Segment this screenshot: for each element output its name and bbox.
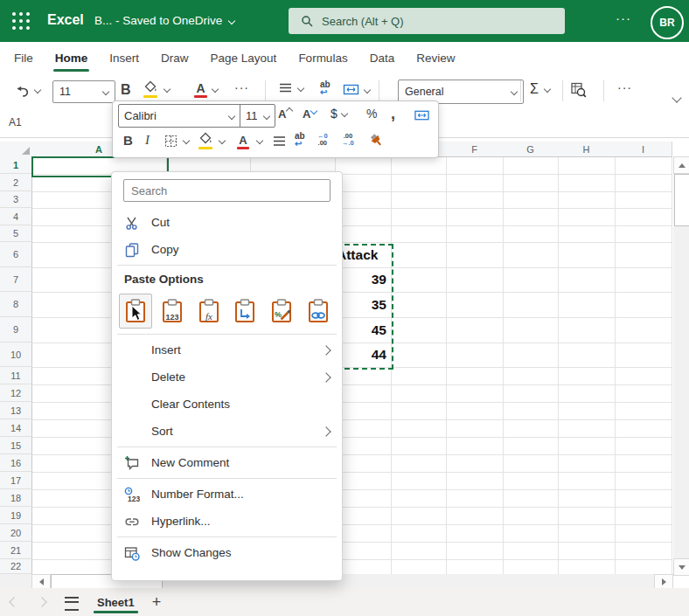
- sheet-tab-sheet1[interactable]: Sheet1: [92, 588, 140, 616]
- row-header-6[interactable]: 6: [0, 242, 32, 267]
- tab-home[interactable]: Home: [55, 52, 88, 65]
- row-header-20[interactable]: 20: [0, 524, 32, 542]
- comma-style-button[interactable]: ,: [391, 105, 395, 123]
- row-header-11[interactable]: 11: [0, 367, 32, 384]
- accounting-format-button[interactable]: $: [331, 107, 347, 121]
- column-header-F[interactable]: F: [446, 142, 504, 157]
- paste-transpose-button[interactable]: [228, 294, 261, 329]
- app-launcher-button[interactable]: [12, 12, 31, 31]
- document-title-button[interactable]: B... - Saved to OneDrive: [94, 14, 234, 27]
- next-sheet-button[interactable]: [37, 597, 46, 606]
- more-font-options-button[interactable]: ···: [234, 80, 249, 94]
- row-header-10[interactable]: 10: [0, 343, 32, 367]
- row-header-15[interactable]: 15: [0, 437, 32, 454]
- row-header-4[interactable]: 4: [0, 208, 32, 225]
- tab-page-layout[interactable]: Page Layout: [211, 52, 277, 65]
- collapse-ribbon-button[interactable]: [672, 93, 681, 102]
- mini-italic-button[interactable]: I: [145, 133, 150, 148]
- menu-item-sort[interactable]: Sort: [112, 418, 342, 445]
- menu-item-new-comment[interactable]: New Comment: [112, 449, 342, 476]
- menu-item-cut[interactable]: Cut: [112, 209, 342, 236]
- wrap-text-button[interactable]: ab↩: [320, 80, 331, 96]
- scroll-down-button[interactable]: [673, 558, 689, 576]
- tab-insert[interactable]: Insert: [109, 52, 139, 65]
- row-header-18[interactable]: 18: [0, 489, 32, 507]
- row-header-5[interactable]: 5: [0, 225, 32, 242]
- mini-font-color-button[interactable]: A: [237, 132, 249, 149]
- mini-merge-cells-button[interactable]: [414, 108, 430, 122]
- undo-button[interactable]: [14, 82, 40, 98]
- previous-sheet-button[interactable]: [9, 597, 18, 606]
- gridline: [558, 156, 559, 574]
- row-header-8[interactable]: 8: [0, 292, 32, 317]
- row-header-3[interactable]: 3: [0, 191, 32, 208]
- header-more-options-button[interactable]: ···: [616, 10, 631, 25]
- bold-button[interactable]: B: [121, 82, 131, 98]
- mini-fill-color-button[interactable]: [198, 132, 213, 149]
- tab-draw[interactable]: Draw: [161, 52, 189, 65]
- mini-font-name-select[interactable]: Calibri: [119, 105, 240, 127]
- menu-search-input[interactable]: [123, 179, 331, 202]
- row-header-14[interactable]: 14: [0, 419, 32, 437]
- vertical-scrollbar-thumb[interactable]: [674, 174, 689, 226]
- menu-item-number-format[interactable]: 123 Number Format...: [112, 481, 342, 508]
- row-header-22[interactable]: 22: [0, 559, 32, 574]
- menu-item-copy[interactable]: Copy: [112, 236, 342, 263]
- column-header-I[interactable]: I: [615, 142, 672, 157]
- tab-formulas[interactable]: Formulas: [298, 52, 347, 65]
- row-header-21[interactable]: 21: [0, 542, 32, 559]
- row-header-17[interactable]: 17: [0, 472, 32, 489]
- merge-cells-button[interactable]: [343, 82, 370, 97]
- font-color-button[interactable]: A: [194, 80, 218, 98]
- paste-values-button[interactable]: 123: [156, 294, 189, 329]
- row-header-7[interactable]: 7: [0, 267, 32, 292]
- mini-font-size-select[interactable]: 11: [240, 105, 275, 127]
- row-header-13[interactable]: 13: [0, 402, 32, 419]
- mini-wrap-text-button[interactable]: ab↩: [295, 132, 305, 148]
- find-button[interactable]: [570, 81, 588, 99]
- increase-decimal-button[interactable]: ←0 .00: [317, 133, 328, 147]
- more-toolbar-options-button[interactable]: ···: [617, 80, 632, 94]
- row-header-16[interactable]: 16: [0, 454, 32, 472]
- mini-bold-button[interactable]: B: [123, 133, 133, 148]
- paste-formulas-button[interactable]: fx: [192, 294, 226, 329]
- borders-button[interactable]: [164, 134, 178, 149]
- increase-font-size-button[interactable]: A: [278, 107, 292, 121]
- mini-align-button[interactable]: [272, 135, 287, 148]
- column-header-H[interactable]: H: [558, 142, 616, 157]
- paste-formatting-button[interactable]: %: [265, 294, 298, 329]
- menu-item-insert[interactable]: Insert: [112, 336, 342, 363]
- percent-style-button[interactable]: %: [366, 107, 377, 121]
- row-header-19[interactable]: 19: [0, 507, 32, 524]
- tab-review[interactable]: Review: [416, 52, 455, 65]
- fill-color-button[interactable]: [143, 80, 170, 98]
- menu-item-delete[interactable]: Delete: [112, 363, 342, 391]
- font-size-select[interactable]: 11: [52, 80, 115, 103]
- row-header-1[interactable]: 1: [0, 156, 32, 174]
- chevron-down-icon[interactable]: [256, 137, 263, 144]
- autosum-button[interactable]: Σ: [530, 81, 550, 97]
- tab-file[interactable]: File: [14, 52, 33, 65]
- all-sheets-button[interactable]: [65, 597, 79, 611]
- format-painter-button[interactable]: [368, 132, 386, 149]
- select-all-button[interactable]: [0, 142, 32, 157]
- row-header-2[interactable]: 2: [0, 174, 32, 191]
- search-input[interactable]: Search (Alt + Q): [289, 8, 565, 34]
- paste-link-button[interactable]: [302, 294, 335, 329]
- menu-item-hyperlink[interactable]: Hyperlink...: [112, 508, 342, 535]
- chevron-down-icon[interactable]: [219, 137, 226, 144]
- decrease-font-size-button[interactable]: A: [303, 107, 317, 121]
- align-button[interactable]: [278, 80, 303, 95]
- menu-item-clear-contents[interactable]: Clear Contents: [112, 391, 342, 418]
- column-header-G[interactable]: G: [503, 142, 559, 157]
- font-color-icon: A: [194, 80, 207, 98]
- decrease-decimal-button[interactable]: .00 →.0: [342, 133, 354, 147]
- row-header-12[interactable]: 12: [0, 384, 32, 402]
- add-sheet-button[interactable]: +: [147, 592, 166, 613]
- scroll-up-button[interactable]: [673, 156, 689, 174]
- account-avatar[interactable]: BR: [651, 6, 684, 39]
- tab-data[interactable]: Data: [370, 52, 395, 65]
- menu-item-show-changes[interactable]: Show Changes: [112, 539, 342, 566]
- chevron-down-icon[interactable]: [183, 137, 190, 144]
- row-header-9[interactable]: 9: [0, 317, 32, 343]
